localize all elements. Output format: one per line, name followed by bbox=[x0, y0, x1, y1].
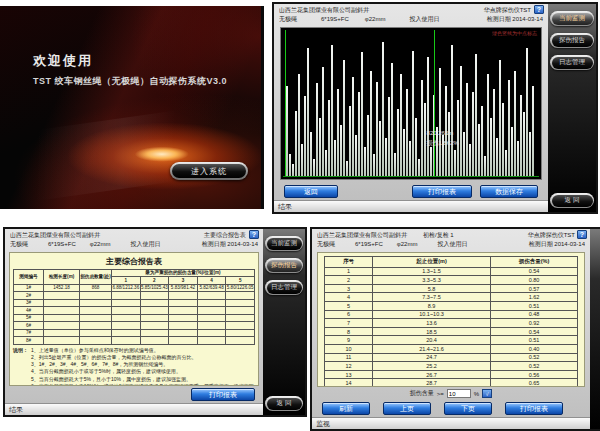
damage-cell: 13.6 bbox=[373, 319, 491, 328]
splash-screen: 欢迎使用 TST 绞车钢丝绳（无极绳）自动探伤系统V3.0 进入系统 bbox=[0, 6, 264, 209]
back-button[interactable]: 返回 bbox=[284, 185, 338, 198]
report-content: 主要综合报告表 测绳编号 检测长度(m) 损伤总数量(处) 最为严重损伤的损伤含… bbox=[9, 252, 259, 386]
waveform-bar bbox=[397, 109, 399, 176]
rope-diameter: φ22mm bbox=[90, 240, 111, 249]
filter-apply-button[interactable]: √ bbox=[482, 389, 492, 398]
enter-system-button[interactable]: 进入系统 bbox=[170, 162, 248, 180]
report-main: ? 山西兰花集团煤业有限公司副斜井 主要综合报告表 无极绳 6*19S+FC φ… bbox=[5, 229, 263, 415]
side-button-label: 当前监测 bbox=[267, 238, 302, 250]
waveform-bar bbox=[499, 60, 501, 176]
side-button-探伤报告[interactable]: 探伤报告 bbox=[550, 33, 594, 48]
filter-value-input[interactable] bbox=[447, 389, 471, 398]
waveform-bar bbox=[298, 74, 300, 176]
report-button-row: 打印报表 bbox=[5, 386, 263, 403]
damage-table-row: 47.3~7.51.62 bbox=[325, 293, 578, 302]
print-report-button[interactable]: 打印报表 bbox=[191, 388, 255, 401]
waveform-bar bbox=[346, 161, 348, 176]
damage-cell: 0.80 bbox=[491, 276, 578, 285]
rope-spec: 6*19S+FC bbox=[355, 240, 383, 249]
side-button-当前监测[interactable]: 当前监测 bbox=[265, 236, 303, 251]
note-line: 3、1#、2#、3#、4#、5#、6#、7#、8#，为所测钢丝绳编号。 bbox=[31, 361, 255, 368]
damage-table-row: 920.40.51 bbox=[325, 336, 578, 345]
damage-cell: 0.92 bbox=[491, 319, 578, 328]
damage-statusbar: 监视 bbox=[312, 417, 590, 429]
device-name: 华点牌探伤仪TST bbox=[528, 231, 575, 240]
report-table-row: 3# bbox=[14, 299, 255, 307]
damage-cell: 5 bbox=[325, 301, 373, 310]
damage-table-row: 1326.70.56 bbox=[325, 370, 578, 379]
action-button-刷新[interactable]: 刷新 bbox=[322, 402, 370, 415]
filter-label: 损伤含量 bbox=[410, 389, 434, 398]
sub-col-5: 5 bbox=[226, 277, 255, 285]
monitor-main: ? 山西兰花集团煤业有限公司副斜井 华点牌探伤仪TST 无极绳 6*19S+FC… bbox=[274, 4, 548, 212]
report-cell bbox=[169, 322, 198, 330]
action-button-上页[interactable]: 上页 bbox=[383, 402, 431, 415]
report-cell bbox=[226, 329, 255, 337]
side-return-button[interactable]: 返 回 bbox=[265, 396, 303, 411]
waveform-bar bbox=[496, 138, 498, 176]
rope-diameter: φ22mm bbox=[365, 15, 386, 24]
report-table-row: 6# bbox=[14, 322, 255, 330]
report-cell: 5.85/1025.43 bbox=[140, 284, 169, 292]
side-button-探伤报告[interactable]: 探伤报告 bbox=[265, 258, 303, 273]
print-report-button[interactable]: 打印报表 bbox=[412, 185, 472, 198]
waveform-bar bbox=[466, 83, 468, 176]
notes-lines: 1、上述量值（单位）参与采样点和保存时的测试编号值。2、列出5处最严重（位置）的… bbox=[31, 347, 255, 386]
report-cell: 5.83/981.42 bbox=[169, 284, 198, 292]
damage-table-row: 35.80.57 bbox=[325, 284, 578, 293]
report-cell bbox=[112, 307, 141, 315]
use-date-label: 投入使用日 bbox=[437, 240, 467, 249]
notes-label: 说明： bbox=[13, 347, 28, 386]
waveform-bar bbox=[388, 97, 390, 176]
waveform-bar bbox=[505, 150, 507, 176]
waveform-chart[interactable]: 绿色竖线为中点标志 820.265m 损伤1.862% bbox=[280, 27, 542, 180]
waveform-bar bbox=[526, 48, 528, 176]
waveform-bars bbox=[286, 31, 538, 176]
waveform-bar bbox=[493, 89, 495, 176]
col-damage: 损伤含量(%) bbox=[491, 256, 578, 267]
monitor-side-panel: 当前监测探伤报告日志管理 返 回 bbox=[548, 4, 596, 212]
report-cell bbox=[169, 292, 198, 300]
waveform-bar bbox=[517, 141, 519, 176]
damage-table-row: 23.3~5.30.80 bbox=[325, 276, 578, 285]
save-data-button[interactable]: 数据保存 bbox=[480, 185, 538, 198]
side-button-日志管理[interactable]: 日志管理 bbox=[550, 55, 594, 70]
waveform-bar bbox=[514, 71, 516, 176]
waveform-bar bbox=[418, 159, 420, 176]
waveform-bar bbox=[403, 129, 405, 176]
report-table-row: 5# bbox=[14, 314, 255, 322]
damage-cell: 20.4 bbox=[373, 336, 491, 345]
waveform-bar bbox=[367, 115, 369, 176]
help-icon[interactable]: ? bbox=[249, 230, 259, 239]
help-icon[interactable]: ? bbox=[534, 5, 544, 14]
report-cell bbox=[169, 314, 198, 322]
report-cell bbox=[140, 322, 169, 330]
report-cell: 868 bbox=[80, 284, 112, 292]
waveform-bar bbox=[475, 54, 477, 176]
note-line: 1、上述量值（单位）参与采样点和保存时的测试编号值。 bbox=[31, 347, 255, 354]
help-icon[interactable]: ? bbox=[577, 230, 587, 239]
col-index: 序号 bbox=[325, 256, 373, 267]
report-cell bbox=[226, 307, 255, 315]
waveform-bar bbox=[529, 132, 531, 176]
report-cell bbox=[44, 307, 80, 315]
side-return-button[interactable]: 返 回 bbox=[550, 193, 594, 208]
report-cell bbox=[112, 314, 141, 322]
side-button-日志管理[interactable]: 日志管理 bbox=[265, 280, 303, 295]
waveform-bar bbox=[391, 63, 393, 176]
damage-cell: 13 bbox=[325, 370, 373, 379]
report-table-row: 7# bbox=[14, 329, 255, 337]
side-button-label: 日志管理 bbox=[267, 282, 302, 294]
report-cell bbox=[44, 329, 80, 337]
report-cell bbox=[140, 329, 169, 337]
waveform-bar bbox=[355, 135, 357, 176]
side-button-当前监测[interactable]: 当前监测 bbox=[550, 11, 594, 26]
action-button-下页[interactable]: 下页 bbox=[444, 402, 492, 415]
report-cell bbox=[169, 307, 198, 315]
waveform-bar bbox=[415, 118, 417, 176]
monitor-header: 山西兰花集团煤业有限公司副斜井 华点牌探伤仪TST 无极绳 6*19S+FC φ… bbox=[274, 4, 548, 26]
action-button-打印报表[interactable]: 打印报表 bbox=[505, 402, 563, 415]
waveform-bar bbox=[508, 80, 510, 176]
chart-cursor-line[interactable] bbox=[434, 30, 435, 177]
report-cell: 1452.18 bbox=[44, 284, 80, 292]
